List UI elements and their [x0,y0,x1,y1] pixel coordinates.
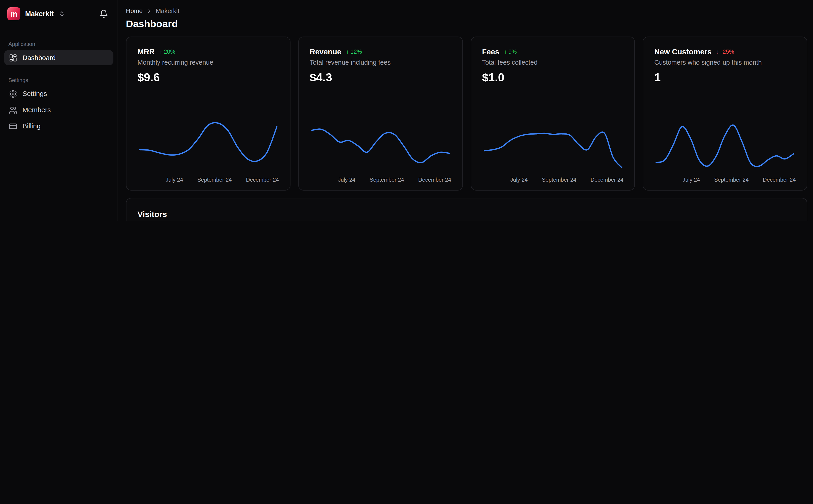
trend-down-icon: ↓ [716,48,719,55]
workspace-name: Makerkit [25,10,54,18]
trend-badge: ↑ 9% [504,48,517,55]
breadcrumb-current: Makerkit [156,7,179,15]
visitors-title: Visitors [137,210,796,219]
stat-subtitle: Total fees collected [482,59,624,66]
sparkline-x-axis: July 24 September 24 December 24 [482,176,624,183]
trend-badge: ↑ 12% [346,48,362,55]
sidebar-item-dashboard[interactable]: Dashboard [4,50,113,65]
x-tick: September 24 [370,176,404,183]
stat-title: Fees [482,48,499,56]
nav-section-settings: Settings [4,74,113,85]
fees-sparkline-chart [482,115,624,174]
sidebar-item-label: Settings [22,90,47,98]
x-tick: December 24 [418,176,451,183]
trend-change: 12% [350,48,362,55]
sparkline-x-axis: July 24 September 24 December 24 [654,176,796,183]
trend-change: 9% [508,48,517,55]
breadcrumb: Home Makerkit [126,7,807,15]
chevron-right-icon [146,8,152,14]
sidebar-item-billing[interactable]: Billing [4,119,113,134]
stat-card-new-customers: New Customers ↓ -25% Customers who signe… [643,37,807,191]
trend-change: -25% [721,48,734,55]
sidebar-item-members[interactable]: Members [4,102,113,117]
trend-up-icon: ↑ [346,48,349,55]
trend-badge: ↓ -25% [716,48,734,55]
stat-value: $4.3 [310,71,451,85]
stat-value: 1 [654,71,796,85]
visitors-card: Visitors Showing total visitors for the … [126,198,807,221]
trend-up-icon: ↑ [504,48,507,55]
x-tick: December 24 [590,176,624,183]
x-tick: July 24 [338,176,355,183]
sparkline-x-axis: July 24 September 24 December 24 [310,176,451,183]
notifications-button[interactable] [97,7,110,20]
sparkline-x-axis: July 24 September 24 December 24 [137,176,279,183]
workspace-selector[interactable]: m Makerkit [7,7,65,20]
stat-value: $9.6 [137,71,279,85]
trend-badge: ↑ 20% [159,48,175,55]
stat-title: New Customers [654,48,712,56]
new-customers-sparkline-chart [654,115,796,174]
sidebar-item-settings[interactable]: Settings [4,86,113,101]
stat-title: Revenue [310,48,341,56]
dashboard-grid-icon [9,53,17,62]
stat-card-row: MRR ↑ 20% Monthly recurring revenue $9.6… [126,37,807,191]
mrr-sparkline-chart [137,115,279,174]
x-tick: July 24 [510,176,527,183]
sidebar-item-label: Dashboard [22,54,56,61]
sidebar-header: m Makerkit [4,0,113,24]
stat-card-revenue: Revenue ↑ 12% Total revenue including fe… [298,37,463,191]
trend-change: 20% [164,48,175,55]
x-tick: September 24 [714,176,749,183]
x-tick: September 24 [542,176,576,183]
stat-card-fees: Fees ↑ 9% Total fees collected $1.0 July… [470,37,635,191]
sidebar: m Makerkit Application Dashboard Setting… [0,0,118,221]
breadcrumb-home-link[interactable]: Home [126,7,143,15]
revenue-sparkline-chart [310,115,451,174]
stat-subtitle: Monthly recurring revenue [137,59,279,66]
makerkit-logo: m [7,7,20,20]
app-window: m Makerkit Application Dashboard Setting… [0,0,813,221]
credit-card-icon [9,122,17,130]
x-tick: July 24 [683,176,700,183]
x-tick: December 24 [763,176,796,183]
main-content: Home Makerkit Dashboard MRR ↑ 20% Monthl… [118,0,813,221]
sidebar-item-label: Members [22,106,51,114]
x-tick: July 24 [166,176,183,183]
stat-card-mrr: MRR ↑ 20% Monthly recurring revenue $9.6… [126,37,291,191]
stat-title: MRR [137,48,154,56]
chevrons-up-down-icon [58,11,65,17]
users-icon [9,106,17,114]
trend-up-icon: ↑ [159,48,162,55]
stat-subtitle: Total revenue including fees [310,59,451,66]
nav-section-application: Application [4,38,113,50]
gear-icon [9,90,17,98]
stat-value: $1.0 [482,71,624,85]
x-tick: September 24 [197,176,232,183]
bell-icon [99,9,108,18]
x-tick: December 24 [246,176,279,183]
page-title: Dashboard [126,18,807,30]
sidebar-item-label: Billing [22,122,40,130]
stat-subtitle: Customers who signed up this month [654,59,796,66]
